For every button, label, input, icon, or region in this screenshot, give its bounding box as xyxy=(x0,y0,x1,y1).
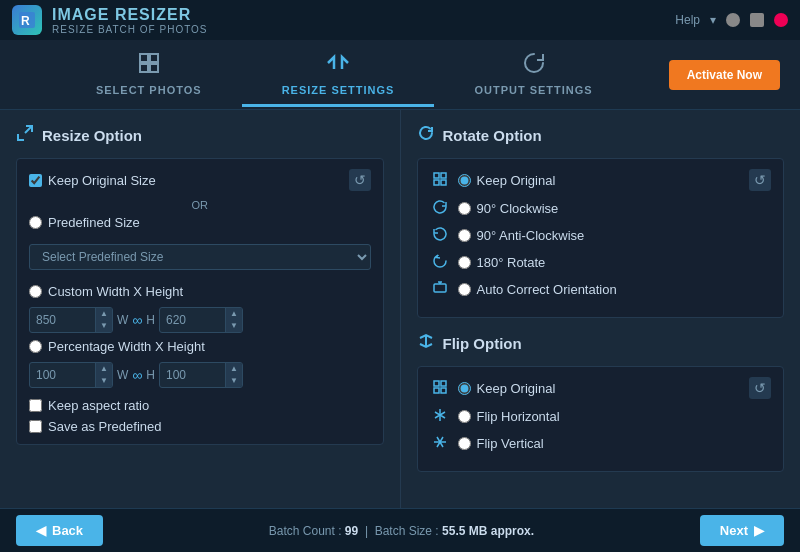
percent-width-up[interactable]: ▲ xyxy=(96,363,112,375)
rotate-keep-row: Keep Original ↺ xyxy=(430,169,772,191)
custom-w-label: W xyxy=(117,313,128,327)
flip-section-icon xyxy=(417,332,435,354)
tab-output-settings-label: OUTPUT SETTINGS xyxy=(474,84,592,96)
maximize-button[interactable] xyxy=(750,13,764,27)
custom-width-spinner: ▲ ▼ xyxy=(95,308,112,332)
percentage-text: Percentage Width X Height xyxy=(48,339,205,354)
flip-original-label[interactable]: Keep Original xyxy=(458,381,556,396)
rotate-cw-label[interactable]: 90° Clockwise xyxy=(458,201,559,216)
rotate-original-radio[interactable] xyxy=(458,174,471,187)
rotate-original-label[interactable]: Keep Original xyxy=(458,173,556,188)
percent-infinity-icon: ∞ xyxy=(132,367,142,383)
percent-w-label: W xyxy=(117,368,128,382)
rotate-ccw-label[interactable]: 90° Anti-Clockwise xyxy=(458,228,585,243)
rotate-original-text: Keep Original xyxy=(477,173,556,188)
percent-height-input[interactable] xyxy=(160,365,225,385)
rotate-auto-radio[interactable] xyxy=(458,283,471,296)
back-button[interactable]: ◀ Back xyxy=(16,515,103,546)
svg-rect-16 xyxy=(441,381,446,386)
percentage-radio[interactable] xyxy=(29,340,42,353)
close-button[interactable] xyxy=(774,13,788,27)
resize-reset-button[interactable]: ↺ xyxy=(349,169,371,191)
percent-height-up[interactable]: ▲ xyxy=(226,363,242,375)
flip-vertical-text: Flip Vertical xyxy=(477,436,544,451)
custom-size-radio[interactable] xyxy=(29,285,42,298)
rotate-reset-button[interactable]: ↺ xyxy=(749,169,771,191)
svg-rect-5 xyxy=(150,64,158,72)
svg-rect-11 xyxy=(434,284,446,292)
flip-original-radio[interactable] xyxy=(458,382,471,395)
custom-size-row: Custom Width X Height xyxy=(29,284,371,299)
rotate-180-icon xyxy=(430,253,450,272)
custom-width-input[interactable] xyxy=(30,310,95,330)
footer-info: Batch Count : 99 | Batch Size : 55.5 MB … xyxy=(103,524,700,538)
flip-horizontal-label[interactable]: Flip Horizontal xyxy=(458,409,560,424)
predefined-select[interactable]: Select Predefined Size xyxy=(29,244,371,270)
rotate-section-title: Rotate Option xyxy=(417,124,785,146)
rotate-180-label[interactable]: 180° Rotate xyxy=(458,255,546,270)
tab-select-photos[interactable]: SELECT PHOTOS xyxy=(56,43,242,107)
resize-section-icon xyxy=(16,124,34,146)
custom-width-up[interactable]: ▲ xyxy=(96,308,112,320)
rotate-180-row: 180° Rotate xyxy=(430,253,772,272)
svg-rect-18 xyxy=(441,388,446,393)
svg-text:R: R xyxy=(21,14,30,28)
custom-height-input[interactable] xyxy=(160,310,225,330)
save-predefined-label[interactable]: Save as Predefined xyxy=(29,419,371,434)
resize-title-text: Resize Option xyxy=(42,127,142,144)
flip-keep-row: Keep Original ↺ xyxy=(430,377,772,399)
activate-now-button[interactable]: Activate Now xyxy=(669,60,780,90)
help-label[interactable]: Help xyxy=(675,13,700,27)
rotate-180-radio[interactable] xyxy=(458,256,471,269)
app-subtitle: RESIZE BATCH OF PHOTOS xyxy=(52,24,665,35)
app-title-block: IMAGE RESIZER RESIZE BATCH OF PHOTOS xyxy=(52,6,665,35)
svg-rect-4 xyxy=(140,64,148,72)
predefined-radio[interactable] xyxy=(29,216,42,229)
svg-rect-17 xyxy=(434,388,439,393)
percentage-row: Percentage Width X Height xyxy=(29,339,371,354)
resize-section-title: Resize Option xyxy=(16,124,384,146)
keep-aspect-checkbox[interactable] xyxy=(29,399,42,412)
flip-vertical-radio[interactable] xyxy=(458,437,471,450)
custom-width-down[interactable]: ▼ xyxy=(96,320,112,332)
next-label: Next xyxy=(720,523,748,538)
predefined-text: Predefined Size xyxy=(48,215,140,230)
percent-width-down[interactable]: ▼ xyxy=(96,375,112,387)
rotate-auto-label[interactable]: Auto Correct Orientation xyxy=(458,282,617,297)
predefined-label[interactable]: Predefined Size xyxy=(29,215,140,230)
resize-option-box: Keep Original Size ↺ OR Predefined Size … xyxy=(16,158,384,445)
flip-reset-button[interactable]: ↺ xyxy=(749,377,771,399)
next-button[interactable]: Next ▶ xyxy=(700,515,784,546)
minimize-button[interactable] xyxy=(726,13,740,27)
flip-vertical-label[interactable]: Flip Vertical xyxy=(458,436,544,451)
keep-original-text: Keep Original Size xyxy=(48,173,156,188)
custom-height-down[interactable]: ▼ xyxy=(226,320,242,332)
tab-resize-settings-label: RESIZE SETTINGS xyxy=(282,84,395,96)
flip-horizontal-radio[interactable] xyxy=(458,410,471,423)
save-predefined-checkbox[interactable] xyxy=(29,420,42,433)
percent-width-input[interactable] xyxy=(30,365,95,385)
back-label: Back xyxy=(52,523,83,538)
percentage-label[interactable]: Percentage Width X Height xyxy=(29,339,205,354)
flip-section-title: Flip Option xyxy=(417,332,785,354)
svg-rect-2 xyxy=(140,54,148,62)
keep-aspect-label[interactable]: Keep aspect ratio xyxy=(29,398,371,413)
output-settings-icon xyxy=(522,51,546,80)
help-chevron: ▾ xyxy=(710,13,716,27)
flip-original-text: Keep Original xyxy=(477,381,556,396)
svg-rect-15 xyxy=(434,381,439,386)
keep-original-label[interactable]: Keep Original Size xyxy=(29,173,156,188)
tab-resize-settings[interactable]: RESIZE SETTINGS xyxy=(242,43,435,107)
custom-size-label[interactable]: Custom Width X Height xyxy=(29,284,183,299)
percent-height-down[interactable]: ▼ xyxy=(226,375,242,387)
custom-height-up[interactable]: ▲ xyxy=(226,308,242,320)
rotate-ccw-radio[interactable] xyxy=(458,229,471,242)
rotate-cw-radio[interactable] xyxy=(458,202,471,215)
keep-original-checkbox[interactable] xyxy=(29,174,42,187)
save-predefined-text: Save as Predefined xyxy=(48,419,161,434)
resize-panel: Resize Option Keep Original Size ↺ OR Pr… xyxy=(0,110,401,508)
batch-count-label: Batch Count : xyxy=(269,524,342,538)
batch-size-label: Batch Size : xyxy=(375,524,439,538)
or-divider: OR xyxy=(29,199,371,211)
tab-output-settings[interactable]: OUTPUT SETTINGS xyxy=(434,43,632,107)
